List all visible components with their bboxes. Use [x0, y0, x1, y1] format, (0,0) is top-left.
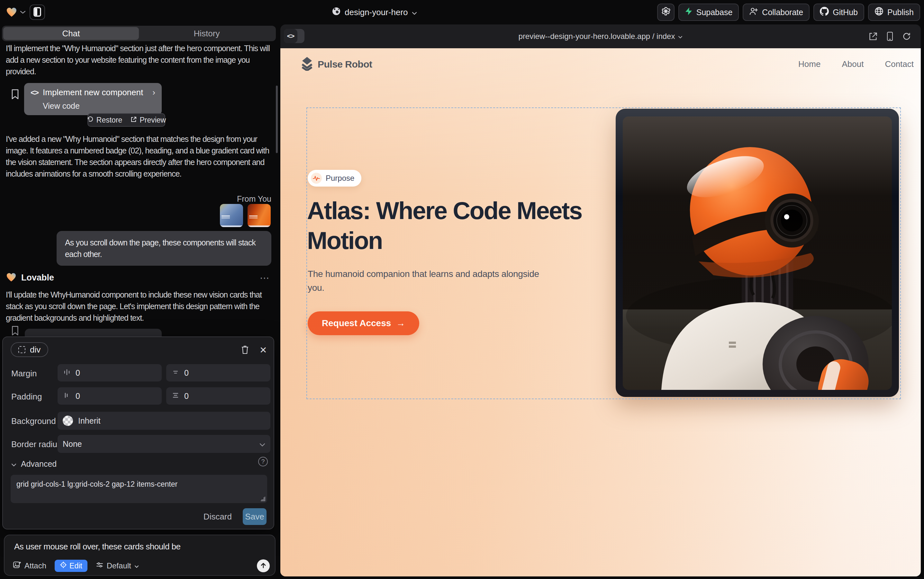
- site-viewport: Pulse Robot Home About Contact Purpose A…: [280, 48, 921, 576]
- lovable-logo-heart-icon[interactable]: [7, 7, 17, 17]
- nav-link-contact[interactable]: Contact: [885, 59, 914, 69]
- assistant-message: I'll implement the "Why Humanoid" sectio…: [6, 43, 274, 77]
- preview-url[interactable]: preview--design-your-hero.lovable.app / …: [280, 25, 921, 48]
- collaborate-label: Collaborate: [762, 8, 803, 17]
- chevron-down-icon: [11, 460, 16, 469]
- publish-globe-icon: [875, 7, 883, 18]
- chevron-down-icon[interactable]: [20, 10, 26, 14]
- target-icon: [60, 561, 67, 570]
- sliders-icon: [96, 561, 103, 571]
- edit-mode-button[interactable]: Edit: [55, 560, 87, 572]
- attachment-thumbnail-orange[interactable]: [248, 204, 271, 227]
- tab-chat[interactable]: Chat: [3, 27, 139, 40]
- padding-vertical-icon: [172, 391, 179, 401]
- classes-textarea[interactable]: grid grid-cols-1 lg:grid-cols-2 gap-12 i…: [11, 475, 267, 503]
- project-switcher[interactable]: design-your-hero: [332, 0, 417, 25]
- margin-horizontal-icon: [63, 368, 70, 378]
- chevron-down-icon: [412, 7, 417, 17]
- classes-value: grid grid-cols-1 lg:grid-cols-2 gap-12 i…: [16, 480, 178, 488]
- chevron-right-icon: ›: [152, 87, 155, 98]
- padding-x-value: 0: [75, 391, 80, 401]
- chevron-down-icon: [134, 561, 139, 570]
- margin-y-input[interactable]: 0: [166, 364, 270, 381]
- selected-element-chip[interactable]: div: [11, 342, 48, 357]
- mobile-view-icon[interactable]: [886, 31, 894, 41]
- mode-label: Default: [107, 561, 131, 570]
- implement-component-card[interactable]: <> Implement new component › View code: [24, 83, 162, 115]
- border-radius-value: None: [63, 439, 82, 449]
- resize-handle[interactable]: [261, 497, 265, 501]
- border-radius-select[interactable]: None: [57, 435, 270, 453]
- message-menu-button[interactable]: ⋯: [260, 272, 270, 283]
- margin-vertical-icon: [172, 368, 179, 378]
- margin-label: Margin: [11, 369, 37, 379]
- attachment-thumbnail-blue[interactable]: [220, 204, 243, 227]
- view-code-link[interactable]: View code: [31, 101, 155, 111]
- margin-y-value: 0: [184, 368, 189, 378]
- site-brand[interactable]: Pulse Robot: [301, 57, 372, 72]
- delete-element-button[interactable]: [241, 345, 249, 356]
- nav-link-home[interactable]: Home: [798, 59, 821, 69]
- robot-image: [623, 116, 892, 390]
- github-label: GitHub: [833, 8, 858, 17]
- close-icon[interactable]: ✕: [260, 345, 267, 355]
- supabase-button[interactable]: Supabase: [678, 3, 739, 21]
- nav-link-about[interactable]: About: [842, 59, 864, 69]
- help-icon[interactable]: ?: [258, 457, 268, 466]
- mode-select[interactable]: Default: [96, 561, 139, 571]
- preview-button[interactable]: Preview: [131, 116, 166, 124]
- code-preview-toggle[interactable]: <>: [284, 29, 304, 43]
- gear-icon: [661, 7, 670, 18]
- hero-subheading: The humanoid companion that learns and a…: [308, 267, 539, 294]
- margin-x-input[interactable]: 0: [57, 364, 162, 381]
- discard-button[interactable]: Discard: [204, 512, 232, 522]
- globe-icon: [332, 7, 341, 18]
- padding-y-value: 0: [184, 391, 189, 401]
- restore-button[interactable]: Restore: [87, 116, 122, 124]
- topbar: design-your-hero Supabase: [0, 0, 924, 25]
- open-in-new-tab-icon[interactable]: [869, 32, 878, 41]
- assistant-message: I've added a new "Why Humanoid" section …: [6, 133, 274, 180]
- collaborate-button[interactable]: Collaborate: [743, 3, 810, 21]
- edit-label: Edit: [69, 562, 82, 570]
- external-link-icon: [131, 116, 137, 124]
- background-field[interactable]: Inherit: [57, 412, 270, 430]
- request-access-button[interactable]: Request Access →: [308, 311, 419, 335]
- transparency-swatch-icon: [63, 415, 73, 426]
- send-button[interactable]: [257, 559, 270, 572]
- thumbnail-footer: [220, 226, 243, 227]
- padding-y-input[interactable]: 0: [166, 387, 270, 405]
- chat-history-tabs: Chat History: [2, 26, 276, 41]
- padding-horizontal-icon: [63, 391, 70, 401]
- border-radius-label: Border radius: [11, 439, 61, 449]
- element-inspector-panel: div ✕ Margin 0 0 Padding: [2, 337, 274, 530]
- attach-button[interactable]: Attach: [13, 561, 46, 571]
- background-label: Background: [11, 416, 56, 426]
- from-you-label: From You: [237, 194, 271, 204]
- pulse-robot-logo-icon: [301, 57, 313, 72]
- badge-label: Purpose: [326, 174, 354, 183]
- thumbnail-text: [222, 216, 230, 216]
- thumbnail-footer: [248, 226, 271, 227]
- publish-button[interactable]: Publish: [868, 3, 920, 21]
- bookmark-icon[interactable]: [11, 89, 19, 101]
- bookmark-icon[interactable]: [11, 325, 19, 337]
- add-user-icon: [749, 7, 758, 17]
- chevron-down-icon: [260, 439, 265, 449]
- preview-window: preview--design-your-hero.lovable.app / …: [280, 25, 921, 576]
- github-button[interactable]: GitHub: [813, 3, 864, 21]
- advanced-label: Advanced: [21, 460, 57, 469]
- chat-input[interactable]: As user mouse roll over, these cards sho…: [14, 542, 181, 552]
- advanced-section-toggle[interactable]: Advanced: [11, 460, 57, 469]
- refresh-icon[interactable]: [902, 32, 911, 41]
- settings-button[interactable]: [657, 3, 674, 21]
- save-button[interactable]: Save: [243, 508, 266, 525]
- padding-label: Padding: [11, 392, 42, 402]
- padding-x-input[interactable]: 0: [57, 387, 162, 405]
- element-tag: div: [30, 345, 41, 355]
- project-name: design-your-hero: [344, 7, 408, 17]
- tab-history[interactable]: History: [139, 27, 274, 40]
- chat-scrollbar[interactable]: [276, 85, 278, 153]
- publish-label: Publish: [887, 8, 914, 17]
- sidebar-toggle-button[interactable]: [29, 5, 45, 20]
